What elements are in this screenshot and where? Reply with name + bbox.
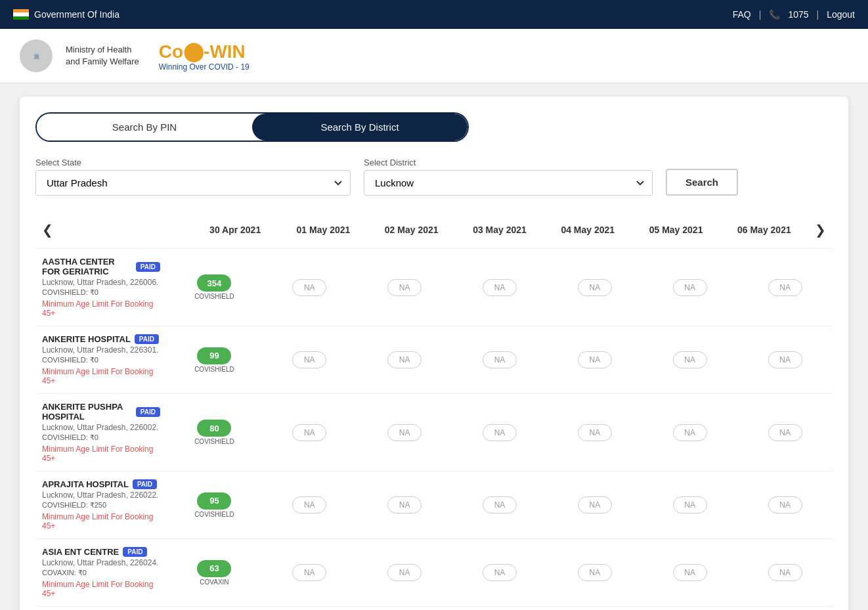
slot-cell: NA: [452, 279, 548, 296]
age-limit[interactable]: Minimum Age Limit For Booking 45+: [42, 445, 160, 463]
slot-cell: NA: [262, 564, 357, 581]
paid-badge: PAID: [136, 407, 160, 417]
hospital-info: AASTHA CENTER FOR GERIATRIC PAID Lucknow…: [35, 257, 167, 318]
tab-district[interactable]: Search By District: [252, 114, 467, 141]
cowin-title: Co⬤-WIN: [159, 41, 250, 62]
slot-count[interactable]: 95: [197, 492, 231, 510]
main-content: Search By PIN Search By District Select …: [0, 83, 868, 610]
hospital-name: AASTHA CENTER FOR GERIATRIC PAID: [42, 257, 160, 276]
hospital-name: APRAJITA HOSPITAL PAID: [42, 479, 160, 489]
paid-badge: PAID: [123, 547, 147, 557]
na-badge: NA: [387, 424, 422, 441]
prev-arrow[interactable]: ❮: [35, 211, 60, 248]
slot-label: COVISHIELD: [194, 293, 234, 300]
slot-cell: NA: [452, 564, 548, 581]
slot-cell: NA: [737, 564, 833, 581]
search-button[interactable]: Search: [666, 169, 738, 196]
date-col-6: 06 May 2021: [720, 214, 808, 246]
vaccine-info: COVISHIELD: ₹0: [42, 356, 160, 364]
slot-cell: NA: [452, 496, 548, 513]
slot-label: COVAXIN: [200, 578, 228, 586]
na-badge: NA: [578, 564, 612, 581]
site-header: 🏛️ Ministry of Health and Family Welfare…: [0, 29, 868, 83]
state-group: Select State Uttar Pradesh: [35, 158, 351, 196]
slot-cell: NA: [642, 351, 737, 368]
date-col-5: 05 May 2021: [632, 214, 720, 246]
ministry-line2: and Family Welfare: [66, 56, 139, 68]
age-limit[interactable]: Minimum Age Limit For Booking 45+: [42, 367, 160, 385]
slot-cell: NA: [547, 279, 642, 296]
vaccine-info: COVISHIELD: ₹0: [42, 288, 160, 297]
faq-link[interactable]: FAQ: [733, 9, 751, 20]
na-badge: NA: [387, 279, 422, 296]
hospital-info: APRAJITA HOSPITAL PAID Lucknow, Uttar Pr…: [35, 479, 167, 531]
na-badge: NA: [673, 496, 707, 513]
results-container: ❮ 30 Apr 2021 01 May 2021 02 May 2021 03…: [35, 211, 833, 607]
logout-link[interactable]: Logout: [827, 9, 855, 20]
na-badge: NA: [483, 279, 517, 296]
state-select[interactable]: Uttar Pradesh: [35, 170, 351, 196]
na-badge: NA: [578, 424, 612, 441]
na-badge: NA: [578, 351, 612, 368]
na-badge: NA: [387, 496, 422, 513]
divider-2: |: [817, 9, 819, 20]
table-row: ANKERITE PUSHPA HOSPITAL PAID Lucknow, U…: [35, 394, 833, 471]
table-row: AASTHA CENTER FOR GERIATRIC PAID Lucknow…: [35, 249, 833, 326]
na-badge: NA: [292, 564, 326, 581]
date-col-0: 30 Apr 2021: [191, 214, 279, 246]
age-limit[interactable]: Minimum Age Limit For Booking 45+: [42, 299, 160, 318]
slot-cell: NA: [642, 496, 737, 513]
table-row: APRAJITA HOSPITAL PAID Lucknow, Uttar Pr…: [35, 471, 833, 539]
slot-count[interactable]: 63: [197, 560, 231, 577]
nav-left: Government Of India: [13, 9, 119, 20]
paid-badge: PAID: [135, 334, 159, 344]
slot-label: COVISHIELD: [194, 438, 234, 445]
slot-cell: NA: [357, 351, 452, 368]
date-col-1: 01 May 2021: [279, 214, 367, 246]
slot-cell: 63 COVAXIN: [167, 560, 262, 586]
age-limit[interactable]: Minimum Age Limit For Booking 45+: [42, 580, 160, 598]
search-tabs: Search By PIN Search By District: [35, 112, 469, 142]
slot-cell: NA: [262, 496, 357, 513]
na-badge: NA: [673, 351, 707, 368]
na-badge: NA: [387, 564, 422, 581]
slot-cell: NA: [547, 351, 642, 368]
na-badge: NA: [483, 424, 517, 441]
slot-count[interactable]: 354: [197, 274, 231, 292]
phone-link[interactable]: 1075: [788, 9, 808, 20]
next-arrow[interactable]: ❯: [808, 211, 833, 248]
top-navigation: Government Of India FAQ | 📞 1075 | Logou…: [0, 0, 868, 29]
table-row: ASIA ENT CENTRE PAID Lucknow, Uttar Prad…: [35, 539, 833, 607]
na-badge: NA: [292, 424, 326, 441]
empty-header-cell: [60, 214, 191, 246]
na-badge: NA: [387, 351, 422, 368]
slot-count[interactable]: 80: [197, 420, 231, 437]
date-col-3: 03 May 2021: [456, 214, 544, 246]
na-badge: NA: [483, 496, 517, 513]
na-badge: NA: [768, 351, 802, 368]
hospital-name: ANKERITE HOSPITAL PAID: [42, 334, 160, 344]
hospital-address: Lucknow, Uttar Pradesh, 226006.: [42, 278, 160, 287]
hospital-list: AASTHA CENTER FOR GERIATRIC PAID Lucknow…: [35, 249, 833, 607]
slot-cell: NA: [737, 496, 833, 513]
district-select[interactable]: Lucknow: [364, 170, 653, 196]
slot-cell: NA: [737, 424, 833, 441]
cowin-dot: ⬤: [183, 41, 204, 62]
slot-cell: NA: [452, 351, 548, 368]
slot-cell: 99 COVISHIELD: [167, 347, 262, 373]
cowin-win: -WIN: [204, 41, 246, 62]
slot-cell: NA: [357, 564, 452, 581]
slot-count[interactable]: 99: [197, 347, 231, 364]
divider-1: |: [759, 9, 762, 20]
slot-cell: NA: [642, 424, 737, 441]
vaccine-info: COVISHIELD: ₹250: [42, 501, 160, 510]
age-limit[interactable]: Minimum Age Limit For Booking 45+: [42, 512, 160, 531]
hospital-name: ANKERITE PUSHPA HOSPITAL PAID: [42, 402, 160, 422]
tab-pin[interactable]: Search By PIN: [37, 114, 252, 141]
india-flag: [13, 9, 29, 20]
ministry-text: Ministry of Health and Family Welfare: [66, 44, 139, 68]
table-row: ANKERITE HOSPITAL PAID Lucknow, Uttar Pr…: [35, 326, 833, 394]
hospital-info: ASIA ENT CENTRE PAID Lucknow, Uttar Prad…: [35, 547, 167, 598]
na-badge: NA: [292, 351, 326, 368]
vaccine-info: COVISHIELD: ₹0: [42, 433, 160, 442]
